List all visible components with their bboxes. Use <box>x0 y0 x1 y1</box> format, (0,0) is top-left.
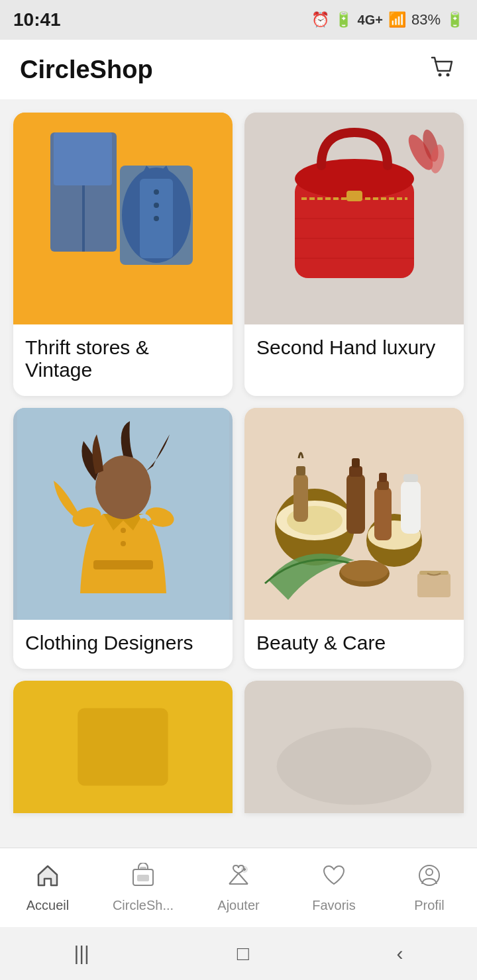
partial-card-right[interactable] <box>244 681 464 813</box>
svg-point-26 <box>121 541 126 546</box>
partial-left-image <box>13 681 233 813</box>
profile-icon <box>417 863 442 894</box>
partial-right-image <box>244 681 464 813</box>
signal-bars-icon: 📶 <box>388 11 406 28</box>
svg-rect-40 <box>377 481 389 490</box>
circleshop-label: CircleSh... <box>113 898 174 913</box>
nav-item-circleshop[interactable]: CircleSh... <box>107 863 180 913</box>
svg-rect-48 <box>417 573 450 597</box>
svg-rect-55 <box>137 875 149 881</box>
svg-point-0 <box>439 73 442 76</box>
battery-text: 83% <box>411 11 441 28</box>
svg-rect-41 <box>379 473 387 482</box>
home-icon <box>35 863 60 894</box>
svg-rect-38 <box>352 458 360 467</box>
luxury-label: Second Hand luxury <box>244 324 464 373</box>
status-time: 10:41 <box>13 9 61 30</box>
recent-apps-button[interactable]: ||| <box>74 942 89 965</box>
main-content: Thrift stores & Vintage <box>0 99 477 959</box>
favorites-icon <box>321 863 346 894</box>
favorites-label: Favoris <box>312 898 356 913</box>
alarm-icon: ⏰ <box>311 11 329 28</box>
category-card-luxury[interactable]: Second Hand luxury <box>244 113 464 396</box>
partial-row <box>13 681 464 813</box>
svg-rect-49 <box>419 571 449 575</box>
svg-rect-37 <box>349 466 362 477</box>
svg-point-11 <box>154 216 159 221</box>
svg-point-10 <box>154 203 159 208</box>
category-card-thrift[interactable]: Thrift stores & Vintage <box>13 113 233 396</box>
svg-rect-43 <box>296 466 305 475</box>
app-title: CircleShop <box>20 56 153 84</box>
nav-item-favorites[interactable]: Favoris <box>297 863 370 913</box>
svg-rect-45 <box>403 474 418 482</box>
clothing-image <box>13 408 233 620</box>
svg-point-25 <box>121 528 126 533</box>
battery-icon: 🔋 <box>446 11 464 28</box>
svg-rect-39 <box>374 487 392 540</box>
svg-rect-51 <box>78 709 168 786</box>
battery-saver-icon: 🔋 <box>335 11 352 28</box>
add-label: Ajouter <box>217 898 259 913</box>
svg-rect-42 <box>293 474 308 522</box>
nav-item-profile[interactable]: Profil <box>393 863 466 913</box>
thrift-image <box>13 113 233 324</box>
back-button[interactable]: ‹ <box>397 942 403 965</box>
category-card-beauty[interactable]: Beauty & Care <box>244 408 464 669</box>
profile-label: Profil <box>414 898 445 913</box>
circleshop-icon <box>131 863 156 894</box>
system-nav-bar: ||| □ ‹ <box>0 927 477 980</box>
svg-point-27 <box>95 456 151 519</box>
svg-point-62 <box>426 869 433 875</box>
nav-item-add[interactable]: Ajouter <box>202 863 275 913</box>
svg-point-53 <box>277 728 432 805</box>
home-label: Accueil <box>26 898 69 913</box>
status-icons: ⏰ 🔋 4G+ 📶 83% 🔋 <box>311 11 464 28</box>
svg-rect-24 <box>93 560 153 569</box>
luxury-image <box>244 113 464 324</box>
beauty-image <box>244 408 464 620</box>
svg-rect-56 <box>140 867 146 869</box>
thrift-label: Thrift stores & Vintage <box>13 324 233 396</box>
category-grid: Thrift stores & Vintage <box>13 113 464 669</box>
clothing-label: Clothing Designers <box>13 620 233 669</box>
beauty-label: Beauty & Care <box>244 620 464 669</box>
svg-point-1 <box>447 73 450 76</box>
svg-point-47 <box>341 560 388 581</box>
svg-rect-36 <box>346 474 365 534</box>
home-button[interactable]: □ <box>237 942 249 965</box>
category-card-clothing[interactable]: Clothing Designers <box>13 408 233 669</box>
svg-rect-44 <box>401 481 421 534</box>
svg-point-9 <box>154 189 159 195</box>
partial-card-left[interactable] <box>13 681 233 813</box>
svg-rect-4 <box>54 132 112 185</box>
bottom-navigation: Accueil CircleSh... Ajouter <box>0 848 477 927</box>
add-icon <box>226 863 251 894</box>
app-header: CircleShop <box>0 40 477 99</box>
signal-icon: 4G+ <box>358 13 383 28</box>
status-bar: 10:41 ⏰ 🔋 4G+ 📶 83% 🔋 <box>0 0 477 40</box>
cart-button[interactable] <box>428 52 457 87</box>
nav-item-home[interactable]: Accueil <box>11 863 84 913</box>
svg-rect-16 <box>346 191 362 201</box>
